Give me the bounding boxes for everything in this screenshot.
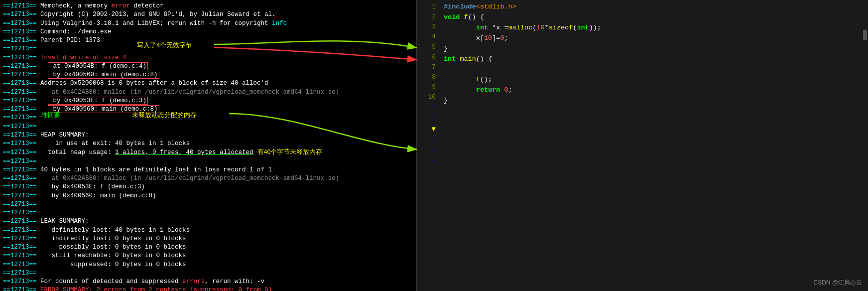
tilde-3 [444, 128, 858, 139]
terminal-line-invalid-write: ==12713== Invalid write of size 4 [3, 54, 413, 62]
terminal-line: ==12713== Command: ./demo.exe [3, 28, 413, 36]
annotation-40bytes: 有40个字节未释放内存 [257, 148, 323, 155]
line-num-6: 6 [417, 52, 440, 62]
code-line-9: return 0; [444, 85, 858, 96]
line-num-tilde4: ~ [417, 135, 440, 146]
scroll-thumb[interactable] [863, 30, 867, 40]
code-line-5: } [444, 44, 858, 54]
code-line-6: int main() { [444, 54, 858, 65]
code-content: #include<stdlib.h> void f() { int *x =ma… [440, 0, 862, 291]
terminal-line: ==12713== 40 bytes in 1 blocks are defin… [3, 166, 413, 174]
line-num-tilde5: ~ [417, 146, 440, 156]
code-line-4: x[10]=0; [444, 33, 858, 44]
code-line-2: void f() { [444, 12, 858, 23]
terminal-line-heap-usage: ==12713== total heap usage: 1 allocs, 0 … [3, 148, 413, 157]
line-num-tilde2: ~ [417, 113, 440, 124]
line-numbers: 1 2 3 4 5 6 7 8 9 10 ~ ~ ▼ ~ ~ ~ [417, 0, 440, 291]
line-num-tilde1: ~ [417, 102, 440, 113]
terminal-line: ==12713== suppressed: 0 bytes in 0 block… [3, 261, 413, 269]
terminal-line: ==12713== at 0x4C2AB80: malloc (in /usr/… [3, 174, 413, 183]
terminal-line: ==12713== Using Valgrind-3.10.1 and LibV… [3, 19, 413, 28]
line-num-tilde6: ~ [417, 156, 440, 167]
terminal-line: ==12713== Address 0x5200068 is 0 bytes a… [3, 79, 413, 88]
terminal-line-addr3: ==12713== by 0x40053E: f (demo.c:3) [3, 97, 413, 105]
terminal-line: ==12713== Parent PID: 1373 [3, 36, 413, 45]
terminal-line-heap: ==12713== HEAP SUMMARY: [3, 131, 413, 140]
terminal-line: ==12713== possibly lost: 0 bytes in 0 bl… [3, 243, 413, 252]
terminal-line: ==12713== indirectly lost: 0 bytes in 0 … [3, 235, 413, 243]
tilde-6 [444, 160, 858, 171]
terminal-line: ==12713== [3, 157, 413, 166]
terminal-line: ==12713== still reachable: 0 bytes in 0 … [3, 252, 413, 260]
line-num-7: 7 [417, 62, 440, 72]
terminal-line: ==12713== Memcheck, a memory error detec… [3, 2, 413, 10]
line-prefix: ==12713== [3, 2, 37, 9]
terminal-line-error-summary: ==12713== ERROR SUMMARY: 2 errors from 2… [3, 286, 413, 291]
terminal-panel: ==12713== Memcheck, a memory error detec… [0, 0, 416, 291]
code-line-7 [444, 65, 858, 75]
code-panel: 1 2 3 4 5 6 7 8 9 10 ~ ~ ▼ ~ ~ ~ #includ… [417, 0, 868, 291]
terminal-line-addr2: ==12713== by 0x400560: main (demo.c:8) [3, 71, 413, 79]
line-num-8: 8 [417, 72, 440, 82]
line-num-5: 5 [417, 42, 440, 52]
line-num-9: 9 [417, 82, 440, 92]
terminal-line-errors: ==12713== For counts of detected and sup… [3, 278, 413, 286]
line-num-3: 3 [417, 22, 440, 32]
line-num-2: 2 [417, 12, 440, 22]
tilde-2 [444, 117, 858, 128]
terminal-line: ==12713== [3, 123, 413, 131]
terminal-line: ==12713== at 0x4C2AB80: malloc (in /usr/… [3, 88, 413, 97]
terminal-line-addr4: ==12713== by 0x400560: main (demo.c:8) [3, 105, 413, 114]
line-num-1: 1 [417, 2, 440, 12]
code-line-10: } [444, 96, 858, 106]
terminal-line: ==12713== [3, 45, 413, 53]
line-num-4: 4 [417, 32, 440, 42]
tilde-1 [444, 106, 858, 117]
line-num-tilde3: ▼ [417, 124, 440, 135]
terminal-line: ==12713== [3, 114, 413, 122]
scrollbar[interactable] [862, 0, 868, 291]
terminal-line: ==12713== Copyright (C) 2002-2013, and G… [3, 10, 413, 19]
terminal-line: ==12713== [3, 269, 413, 278]
line-num-10: 10 [417, 92, 440, 102]
terminal-line-addr1: ==12713== at 0x40054B: f (demo.c:4) [3, 62, 413, 71]
terminal-line: ==12713== [3, 209, 413, 217]
tilde-5 [444, 149, 858, 160]
terminal-line: ==12713== by 0x40053E: f (demo.c:3) [3, 183, 413, 191]
code-line-3: int *x =malloc(10*sizeof(int)); [444, 23, 858, 33]
code-line-1: #include<stdlib.h> [444, 2, 858, 12]
terminal-line: ==12713== by 0x400560: main (demo.c:8) [3, 192, 413, 200]
terminal-line: ==12713== definitely lost: 40 bytes in 1… [3, 226, 413, 235]
terminal-line-leak: ==12713== LEAK SUMMARY: [3, 217, 413, 226]
terminal-line: ==12713== in use at exit: 40 bytes in 1 … [3, 140, 413, 148]
tilde-4 [444, 139, 858, 149]
terminal-line: ==12713== [3, 200, 413, 209]
code-line-8: f(); [444, 75, 858, 85]
watermark: CSDN @江风心云 [813, 279, 862, 287]
